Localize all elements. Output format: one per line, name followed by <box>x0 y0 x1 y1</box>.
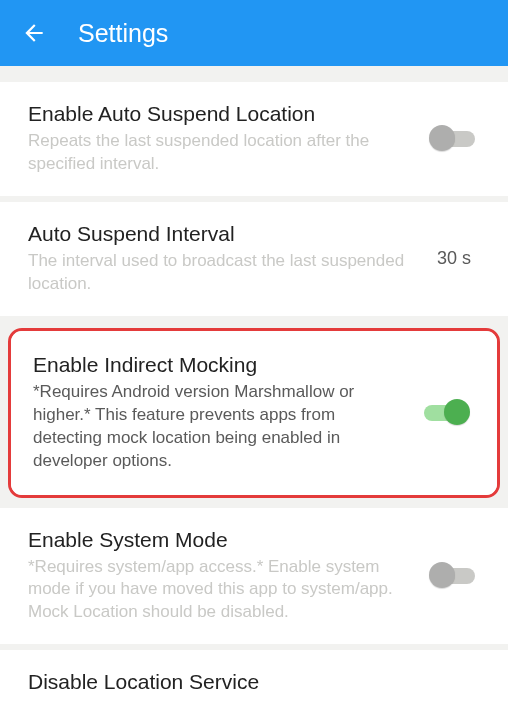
header-title: Settings <box>78 19 168 48</box>
setting-title: Enable System Mode <box>28 528 406 552</box>
setting-system-mode[interactable]: Enable System Mode *Requires system/app … <box>0 508 508 645</box>
setting-text: Enable System Mode *Requires system/app … <box>28 528 420 625</box>
toggle-system-mode[interactable] <box>433 568 475 584</box>
setting-text: Enable Indirect Mocking *Requires Androi… <box>33 353 411 473</box>
setting-title: Enable Indirect Mocking <box>33 353 397 377</box>
setting-subtitle: The interval used to broadcast the last … <box>28 250 406 296</box>
setting-text: Disable Location Service <box>28 670 488 698</box>
setting-control <box>420 131 488 147</box>
toggle-knob <box>444 399 470 425</box>
app-header: Settings <box>0 0 508 66</box>
setting-disable-location-service[interactable]: Disable Location Service <box>0 650 508 716</box>
setting-text: Auto Suspend Interval The interval used … <box>28 222 420 296</box>
setting-auto-suspend-location[interactable]: Enable Auto Suspend Location Repeats the… <box>0 82 508 196</box>
setting-title: Disable Location Service <box>28 670 474 694</box>
toggle-auto-suspend-location[interactable] <box>433 131 475 147</box>
setting-subtitle: *Requires Android version Marshmallow or… <box>33 381 397 473</box>
toggle-knob <box>429 562 455 588</box>
back-button[interactable] <box>18 17 50 49</box>
setting-control <box>411 405 479 421</box>
toggle-knob <box>429 125 455 151</box>
setting-auto-suspend-interval[interactable]: Auto Suspend Interval The interval used … <box>0 202 508 316</box>
toggle-indirect-mocking[interactable] <box>424 405 466 421</box>
setting-indirect-mocking[interactable]: Enable Indirect Mocking *Requires Androi… <box>11 331 497 495</box>
setting-text: Enable Auto Suspend Location Repeats the… <box>28 102 420 176</box>
setting-title: Enable Auto Suspend Location <box>28 102 406 126</box>
setting-control <box>420 568 488 584</box>
setting-title: Auto Suspend Interval <box>28 222 406 246</box>
settings-list: Enable Auto Suspend Location Repeats the… <box>0 66 508 716</box>
setting-subtitle: Repeats the last suspended location afte… <box>28 130 406 176</box>
setting-value: 30 s <box>420 248 488 269</box>
setting-subtitle: *Requires system/app access.* Enable sys… <box>28 556 406 625</box>
highlighted-setting-frame: Enable Indirect Mocking *Requires Androi… <box>8 328 500 498</box>
arrow-left-icon <box>21 20 47 46</box>
